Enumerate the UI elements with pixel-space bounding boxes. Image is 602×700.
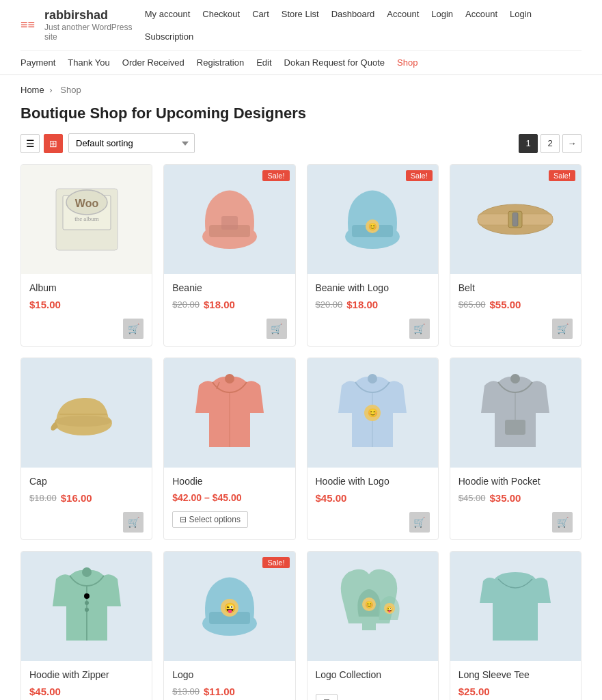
product-card-album: Woo the album Album $15.00 🛒 — [20, 164, 152, 347]
sale-badge-beanie-logo: Sale! — [406, 170, 433, 181]
product-original-price-hoodie-pocket: $45.00 — [459, 493, 486, 503]
list-icon: ☰ — [26, 138, 35, 149]
nav-registration[interactable]: Registration — [197, 57, 244, 68]
product-original-price-beanie: $20.00 — [172, 299, 200, 310]
breadcrumb-home[interactable]: Home — [20, 85, 44, 95]
product-price-hoodie-logo: $45.00 — [316, 492, 430, 504]
product-price-hoodie-pocket: $45.00 $35.00 — [459, 492, 573, 504]
svg-text:😊: 😊 — [368, 222, 377, 231]
add-to-cart-belt[interactable]: 🛒 — [552, 319, 573, 339]
nav-thank-you[interactable]: Thank You — [68, 57, 109, 68]
list-view-button[interactable]: ☰ — [20, 134, 40, 153]
svg-text:the album: the album — [74, 215, 99, 222]
nav-cart[interactable]: Cart — [252, 9, 269, 19]
product-sale-price-belt: $55.00 — [490, 299, 521, 310]
product-price-album: $15.00 — [29, 299, 143, 310]
grid-view-button[interactable]: ⊞ — [44, 134, 63, 153]
nav-account-2[interactable]: Account — [465, 9, 497, 19]
product-regular-price-hoodie-logo: $45.00 — [316, 492, 347, 504]
product-card-belt: Sale! Belt $65.00 $55.00 🛒 — [450, 164, 582, 347]
add-to-cart-cap[interactable]: 🛒 — [123, 512, 143, 533]
page-2-button[interactable]: 2 — [541, 134, 560, 153]
nav-dokan[interactable]: Dokan Request for Quote — [284, 57, 385, 68]
hamburger-icon[interactable]: ≡ — [20, 18, 35, 32]
nav-account-1[interactable]: Account — [387, 9, 419, 19]
product-card-beanie-logo: Sale! 😊 Beanie with Logo $20.00 $18.00 🛒 — [307, 164, 439, 347]
add-to-cart-hoodie-pocket[interactable]: 🛒 — [552, 512, 573, 533]
product-name-cap: Cap — [29, 476, 143, 487]
product-original-price-logo: $13.00 — [172, 686, 200, 697]
svg-point-27 — [84, 593, 90, 599]
view-buttons: ☰ ⊞ — [20, 134, 63, 153]
page-next-button[interactable]: → — [562, 134, 582, 153]
product-info-beanie: Beanie $20.00 $18.00 — [164, 274, 295, 319]
product-image-logo-collection: 😊 😜 — [307, 552, 438, 661]
product-card-hoodie-zipper: Hoodie with Zipper $45.00 🛒 — [20, 551, 152, 700]
product-footer-beanie: 🛒 — [164, 319, 295, 346]
product-name-logo-collection: Logo Collection — [316, 669, 430, 680]
add-to-cart-beanie-logo[interactable]: 🛒 — [409, 319, 430, 339]
svg-rect-21 — [368, 374, 377, 383]
select-options-hoodie[interactable]: ⊟ Select options — [172, 511, 248, 528]
nav-subscription[interactable]: Subscription — [145, 31, 194, 42]
nav-shop[interactable]: Shop — [397, 57, 418, 68]
product-name-belt: Belt — [459, 282, 573, 293]
grid-icon: ⊞ — [49, 138, 57, 149]
product-name-beanie-logo: Beanie with Logo — [316, 282, 430, 293]
product-footer-beanie-logo: 🛒 — [307, 319, 438, 346]
select-options-logo-collection[interactable]: ⊟ — [316, 694, 338, 700]
shop-toolbar: ☰ ⊞ Default sorting Sort by popularity S… — [0, 133, 602, 164]
product-footer-cap: 🛒 — [21, 512, 152, 539]
product-regular-price-long-sleeve: $25.00 — [459, 686, 490, 697]
product-info-logo: Logo $13.00 $11.00 — [164, 661, 295, 700]
svg-rect-24 — [505, 420, 525, 435]
svg-point-28 — [85, 601, 89, 605]
product-image-beanie: Sale! — [164, 165, 295, 274]
nav-login-2[interactable]: Login — [510, 9, 532, 19]
logo-tagline: Just another WordPress site — [44, 23, 145, 42]
nav-checkout[interactable]: Checkout — [202, 9, 240, 19]
nav-my-account[interactable]: My account — [145, 9, 190, 19]
product-footer-hoodie-logo: 🛒 — [307, 512, 438, 539]
site-header: ≡ rabbirshad Just another WordPress site… — [0, 0, 602, 75]
product-info-belt: Belt $65.00 $55.00 — [450, 274, 581, 319]
logo-name: rabbirshad — [44, 8, 145, 23]
product-info-album: Album $15.00 — [21, 274, 152, 319]
product-image-logo: Sale! 😜 — [164, 552, 295, 661]
nav-order-received[interactable]: Order Received — [122, 57, 184, 68]
svg-rect-16 — [512, 213, 518, 226]
product-card-logo-collection: 😊 😜 Logo Collection ⊟ — [307, 551, 439, 700]
svg-text:😜: 😜 — [223, 602, 236, 614]
sale-badge-belt: Sale! — [549, 170, 575, 181]
product-info-beanie-logo: Beanie with Logo $20.00 $18.00 — [307, 274, 438, 319]
nav-edit[interactable]: Edit — [256, 57, 271, 68]
svg-rect-25 — [510, 374, 520, 383]
product-image-album: Woo the album — [21, 165, 152, 274]
products-grid: Woo the album Album $15.00 🛒 Sale! Bea — [0, 164, 602, 700]
nav-login-1[interactable]: Login — [431, 9, 453, 19]
add-to-cart-album[interactable]: 🛒 — [123, 319, 143, 339]
nav-dashboard[interactable]: Dashboard — [331, 9, 375, 19]
add-to-cart-hoodie-logo[interactable]: 🛒 — [409, 512, 430, 533]
sale-badge-beanie: Sale! — [262, 170, 289, 181]
product-card-hoodie-logo: 😊 Hoodie with Logo $45.00 🛒 — [307, 358, 439, 540]
product-image-hoodie — [164, 358, 295, 468]
svg-rect-7 — [221, 216, 238, 230]
add-to-cart-beanie[interactable]: 🛒 — [266, 319, 287, 339]
product-price-beanie-logo: $20.00 $18.00 — [316, 299, 430, 310]
page-1-button[interactable]: 1 — [519, 134, 538, 153]
nav-payment[interactable]: Payment — [20, 57, 55, 68]
product-card-long-sleeve: Long Sleeve Tee $25.00 🛒 — [450, 551, 582, 700]
product-original-price-beanie-logo: $20.00 — [316, 299, 343, 310]
sort-select[interactable]: Default sorting Sort by popularity Sort … — [68, 133, 195, 153]
product-price-cap: $18.00 $16.00 — [29, 492, 143, 504]
product-range-price-hoodie: $42.00 – $45.00 — [172, 492, 241, 503]
svg-rect-20 — [225, 374, 234, 383]
product-sale-price-hoodie-pocket: $35.00 — [490, 492, 521, 504]
product-image-belt: Sale! — [450, 165, 581, 274]
product-footer-hoodie: ⊟ Select options — [164, 511, 295, 535]
nav-store-list[interactable]: Store List — [282, 9, 319, 19]
svg-text:😊: 😊 — [368, 407, 378, 418]
product-footer-album: 🛒 — [21, 319, 152, 346]
product-name-hoodie-logo: Hoodie with Logo — [316, 476, 430, 487]
